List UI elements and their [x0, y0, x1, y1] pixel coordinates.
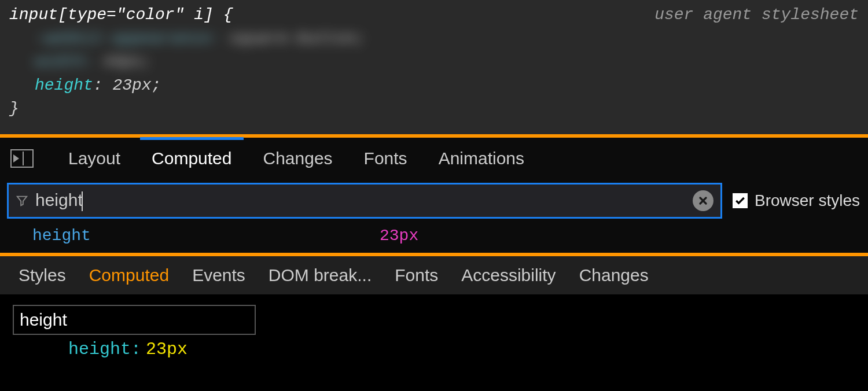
- computed-property-value: 23px: [380, 227, 418, 245]
- clear-filter-button[interactable]: [693, 190, 713, 211]
- toggle-pane-icon[interactable]: [10, 149, 34, 168]
- computed-property-row[interactable]: height:23px: [13, 340, 855, 359]
- blurred-declaration: width: 44px;: [35, 50, 859, 74]
- checkbox-icon: [733, 193, 748, 208]
- tab-animations[interactable]: Animations: [439, 138, 524, 179]
- blurred-declaration: -webkit-appearance: square-button;: [35, 27, 859, 51]
- css-value: 23px;: [103, 76, 161, 94]
- computed-property-name: height: [32, 227, 380, 245]
- close-brace: }: [9, 97, 859, 121]
- computed-property-name: height: [68, 340, 131, 359]
- filter-input-wrapper[interactable]: height: [7, 183, 722, 219]
- tab-changes[interactable]: Changes: [579, 265, 649, 285]
- tab-changes[interactable]: Changes: [263, 138, 333, 179]
- tab-computed[interactable]: Computed: [89, 265, 169, 285]
- tab-styles[interactable]: Styles: [19, 265, 66, 285]
- firefox-side-panel-tabs: Layout Computed Changes Fonts Animations: [0, 138, 868, 179]
- tab-computed[interactable]: Computed: [152, 138, 231, 179]
- tab-layout[interactable]: Layout: [68, 138, 120, 179]
- chrome-computed-panel: height:23px: [0, 294, 868, 370]
- computed-property-value: 23px: [146, 340, 187, 359]
- tab-accessibility[interactable]: Accessibility: [461, 265, 556, 285]
- tab-dom-breakpoints[interactable]: DOM break...: [269, 265, 372, 285]
- tab-fonts[interactable]: Fonts: [364, 138, 407, 179]
- browser-styles-label: Browser styles: [755, 191, 860, 210]
- filter-icon: [16, 194, 28, 207]
- computed-property-row[interactable]: height 23px: [0, 223, 868, 253]
- browser-styles-checkbox[interactable]: Browser styles: [733, 191, 860, 210]
- filter-input[interactable]: [13, 305, 256, 335]
- css-declaration[interactable]: height: 23px;: [35, 74, 859, 98]
- tab-events[interactable]: Events: [192, 265, 245, 285]
- styles-rule-pane: input[type="color" i] { user agent style…: [0, 0, 868, 134]
- filter-input[interactable]: height: [35, 190, 693, 211]
- user-agent-stylesheet-label: user agent stylesheet: [654, 3, 859, 27]
- firefox-computed-filter-row: height Browser styles: [0, 179, 868, 223]
- tab-fonts[interactable]: Fonts: [395, 265, 438, 285]
- chrome-side-panel-tabs: Styles Computed Events DOM break... Font…: [0, 256, 868, 294]
- css-property: height: [35, 76, 93, 94]
- css-selector: input[type="color" i] {: [9, 3, 233, 27]
